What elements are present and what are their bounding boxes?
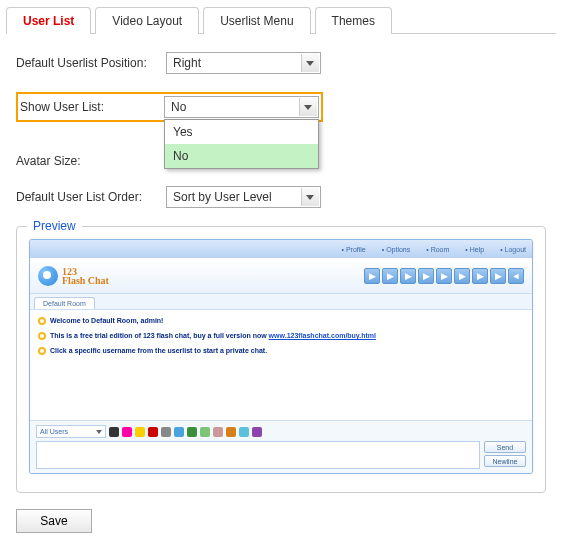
all-users-select: All Users [36,425,106,438]
chevron-down-icon [299,98,317,116]
tab-video-layout[interactable]: Video Layout [95,7,199,34]
titlebar-profile: Profile [341,246,365,253]
default-position-value: Right [173,56,201,70]
tool-icon [239,427,249,437]
bullet-icon [38,332,46,340]
chevron-down-icon [301,188,319,206]
mini-icon: ▶ [382,268,398,284]
tool-icon [135,427,145,437]
avatar-size-label: Avatar Size: [16,154,166,168]
sort-order-select[interactable]: Sort by User Level [166,186,321,208]
preview-panel: Preview Profile Options Room Help Logout… [16,226,546,493]
tab-content: Default Userlist Position: Right Show Us… [6,34,556,543]
chat-line: Click a specific username from the userl… [50,346,267,355]
sort-order-value: Sort by User Level [173,190,272,204]
tool-icon [174,427,184,437]
chat-preview-window: Profile Options Room Help Logout 123 Fla… [29,239,533,474]
chat-line: Welcome to Default Room, admin! [50,316,163,325]
titlebar-help: Help [465,246,484,253]
preview-legend: Preview [27,219,82,233]
tab-themes[interactable]: Themes [315,7,392,34]
mini-icon: ▶ [418,268,434,284]
tool-icon [200,427,210,437]
tool-icon [122,427,132,437]
default-position-select[interactable]: Right [166,52,321,74]
option-yes[interactable]: Yes [165,120,318,144]
mini-icon: ▶ [436,268,452,284]
tool-icon [109,427,119,437]
sort-order-label: Default User List Order: [16,190,166,204]
send-button: Send [484,441,526,453]
bullet-icon [38,347,46,355]
logo-text-2: Flash Chat [62,276,109,285]
titlebar-logout: Logout [500,246,526,253]
titlebar-room: Room [426,246,449,253]
mini-icon: ▶ [490,268,506,284]
tool-icon [213,427,223,437]
tool-icon [226,427,236,437]
titlebar-options: Options [382,246,411,253]
mini-icon: ▶ [364,268,380,284]
mini-icon: ◄ [508,268,524,284]
mini-icon-bar: ▶ ▶ ▶ ▶ ▶ ▶ ▶ ▶ ◄ [364,268,524,284]
show-userlist-value: No [171,100,186,114]
chevron-down-icon [301,54,319,72]
tab-user-list[interactable]: User List [6,7,91,34]
tool-icon [148,427,158,437]
save-button[interactable]: Save [16,509,92,533]
chat-titlebar: Profile Options Room Help Logout [30,240,532,258]
option-no[interactable]: No [165,144,318,168]
chat-line: This is a free trial edition of 123 flas… [50,331,376,340]
mini-icon: ▶ [454,268,470,284]
message-input [36,441,480,469]
tool-icon [187,427,197,437]
tab-userlist-menu[interactable]: Userlist Menu [203,7,310,34]
logo: 123 Flash Chat [38,266,109,286]
mini-icon: ▶ [400,268,416,284]
default-position-label: Default Userlist Position: [16,56,166,70]
tool-icon [161,427,171,437]
show-userlist-select[interactable]: No [164,96,319,118]
tool-icon [252,427,262,437]
bullet-icon [38,317,46,325]
show-userlist-label: Show User List: [20,100,164,114]
newline-button: Newline [484,455,526,467]
tab-bar: User List Video Layout Userlist Menu The… [6,6,556,34]
mini-icon: ▶ [472,268,488,284]
show-userlist-highlight: Show User List: No Yes No [16,92,323,122]
show-userlist-dropdown: Yes No [164,119,319,169]
logo-icon [38,266,58,286]
room-tab: Default Room [34,297,95,309]
